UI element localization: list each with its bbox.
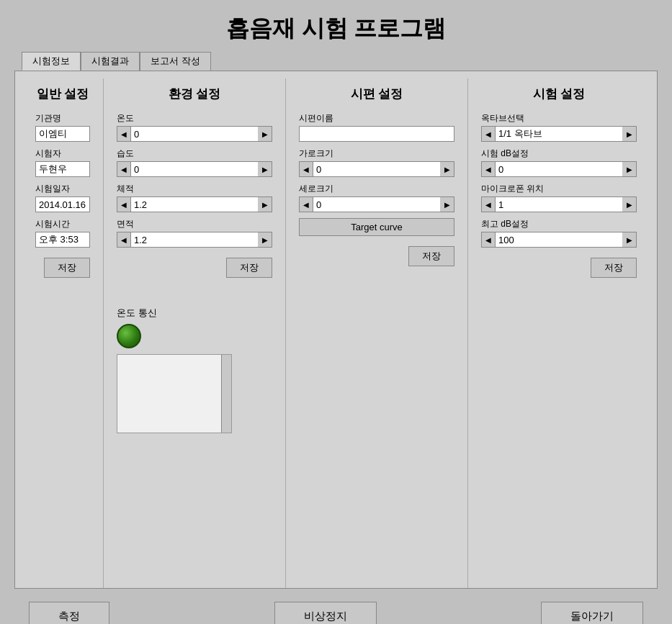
tabs-bar: 시험정보 시험결과 보고서 작성	[22, 52, 650, 71]
spinner-temperature-up[interactable]: ▶	[258, 126, 272, 142]
scrollbar[interactable]	[221, 355, 231, 433]
spinner-width-down[interactable]: ◀	[299, 161, 313, 177]
spinner-max-db-down[interactable]: ◀	[481, 232, 496, 248]
environment-save-button[interactable]: 저장	[226, 258, 272, 278]
label-volume: 체적	[117, 183, 272, 195]
spinner-humidity-down[interactable]: ◀	[117, 161, 131, 177]
temp-comm-textarea	[117, 354, 232, 433]
input-temperature[interactable]	[131, 126, 258, 142]
tab-test-result[interactable]: 시험결과	[81, 52, 140, 71]
spinner-mic: ◀ ▶	[481, 196, 637, 212]
label-tester: 시험자	[35, 148, 90, 160]
spinner-width-up[interactable]: ▶	[440, 161, 454, 177]
spinner-octave: ◀ ▶	[481, 126, 637, 142]
spinner-db: ◀ ▶	[481, 161, 637, 177]
input-width[interactable]	[313, 161, 440, 177]
spinner-max-db: ◀ ▶	[481, 232, 637, 248]
input-mic[interactable]	[496, 196, 622, 212]
emergency-button[interactable]: 비상정지	[274, 602, 377, 624]
label-mic-position: 마이크로폰 위치	[481, 183, 637, 195]
test-save-button[interactable]: 저장	[591, 258, 637, 278]
general-settings-title: 일반 설정	[35, 86, 90, 102]
temp-comm-section: 온도 통신	[117, 307, 272, 433]
sections-row: 일반 설정 기관명 시험자 시험일자 시험시간 저장 환경 설정 온도 ◀ ▶ …	[15, 71, 657, 588]
input-test-date[interactable]	[35, 196, 90, 212]
input-height[interactable]	[313, 196, 440, 212]
tab-report[interactable]: 보고서 작성	[140, 52, 211, 71]
spinner-volume-down[interactable]: ◀	[117, 196, 131, 212]
target-curve-button[interactable]: Target curve	[299, 218, 454, 236]
spinner-width: ◀ ▶	[299, 161, 454, 177]
spinner-area: ◀ ▶	[117, 232, 272, 248]
test-settings-section: 시험 설정 옥타브선택 ◀ ▶ 시험 dB설정 ◀ ▶ 마이크로폰 위치 ◀ ▶…	[468, 78, 650, 588]
specimen-save-button[interactable]: 저장	[408, 246, 454, 266]
measure-button[interactable]: 측정	[29, 602, 109, 624]
spinner-mic-up[interactable]: ▶	[622, 196, 637, 212]
label-db-setting: 시험 dB설정	[481, 148, 637, 160]
test-settings-title: 시험 설정	[481, 86, 637, 102]
label-test-date: 시험일자	[35, 183, 90, 195]
spinner-db-up[interactable]: ▶	[622, 161, 637, 177]
spinner-temperature-down[interactable]: ◀	[117, 126, 131, 142]
label-octave: 옥타브선택	[481, 112, 637, 125]
general-settings-section: 일반 설정 기관명 시험자 시험일자 시험시간 저장	[22, 78, 104, 588]
spinner-octave-up[interactable]: ▶	[622, 126, 637, 142]
spinner-height-up[interactable]: ▶	[440, 196, 454, 212]
spinner-area-down[interactable]: ◀	[117, 232, 131, 248]
spinner-temperature: ◀ ▶	[117, 126, 272, 142]
spinner-height-down[interactable]: ◀	[299, 196, 313, 212]
environment-settings-title: 환경 설정	[117, 86, 272, 102]
footer-buttons: 측정 비상정지 돌아가기	[0, 589, 672, 624]
input-institution[interactable]	[35, 126, 90, 142]
input-tester[interactable]	[35, 161, 90, 177]
main-title: 흡음재 시험 프로그램	[0, 0, 672, 52]
spinner-humidity-up[interactable]: ▶	[258, 161, 272, 177]
spinner-octave-down[interactable]: ◀	[481, 126, 496, 142]
label-width: 가로크기	[299, 148, 454, 160]
input-db[interactable]	[496, 161, 622, 177]
label-temperature: 온도	[117, 112, 272, 125]
specimen-settings-title: 시편 설정	[299, 86, 454, 102]
spinner-db-down[interactable]: ◀	[481, 161, 496, 177]
spinner-height: ◀ ▶	[299, 196, 454, 212]
input-max-db[interactable]	[496, 232, 622, 248]
spinner-max-db-up[interactable]: ▶	[622, 232, 637, 248]
spinner-volume-up[interactable]: ▶	[258, 196, 272, 212]
label-height: 세로크기	[299, 183, 454, 195]
environment-settings-section: 환경 설정 온도 ◀ ▶ 습도 ◀ ▶ 체적 ◀ ▶ 면적 ◀	[104, 78, 286, 588]
input-area[interactable]	[131, 232, 258, 248]
spinner-mic-down[interactable]: ◀	[481, 196, 496, 212]
input-specimen-name[interactable]	[299, 126, 454, 142]
label-humidity: 습도	[117, 148, 272, 160]
temp-comm-indicator	[117, 324, 141, 348]
input-test-time[interactable]	[35, 232, 90, 248]
general-save-button[interactable]: 저장	[44, 258, 90, 278]
spinner-humidity: ◀ ▶	[117, 161, 272, 177]
back-button[interactable]: 돌아가기	[541, 602, 643, 624]
input-humidity[interactable]	[131, 161, 258, 177]
label-test-time: 시험시간	[35, 218, 90, 230]
specimen-settings-section: 시편 설정 시편이름 가로크기 ◀ ▶ 세로크기 ◀ ▶ Target curv…	[286, 78, 468, 588]
label-area: 면적	[117, 218, 272, 230]
input-octave[interactable]	[496, 126, 622, 142]
label-max-db: 최고 dB설정	[481, 218, 637, 230]
temp-comm-label: 온도 통신	[117, 307, 272, 320]
label-specimen-name: 시편이름	[299, 112, 454, 125]
main-panel: 일반 설정 기관명 시험자 시험일자 시험시간 저장 환경 설정 온도 ◀ ▶ …	[14, 71, 658, 589]
spinner-area-up[interactable]: ▶	[258, 232, 272, 248]
tab-test-info[interactable]: 시험정보	[22, 52, 81, 71]
input-volume[interactable]	[131, 196, 258, 212]
spinner-volume: ◀ ▶	[117, 196, 272, 212]
label-institution: 기관명	[35, 112, 90, 125]
